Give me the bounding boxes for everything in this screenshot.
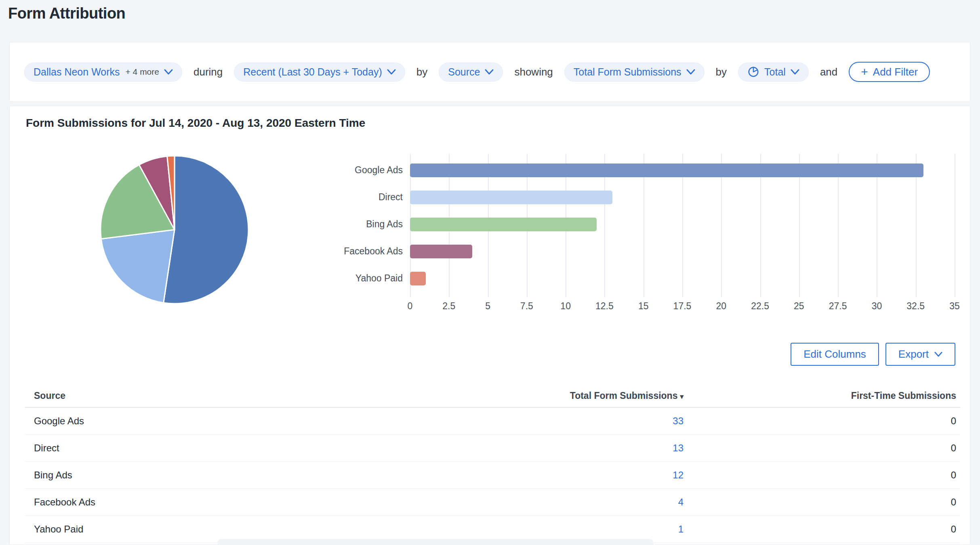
x-tick-label: 5 [485, 301, 490, 312]
partial-bottom-element [217, 539, 654, 545]
edit-columns-label: Edit Columns [803, 348, 866, 361]
chevron-down-icon [686, 69, 695, 75]
table-row-bing-ads: Bing Ads120 [25, 462, 960, 489]
chevron-down-icon [164, 69, 173, 75]
cell-source: Bing Ads [25, 470, 389, 481]
add-filter-label: Add Filter [873, 66, 918, 78]
cell-first-time-submissions: 0 [683, 470, 960, 481]
sort-desc-icon: ▾ [680, 393, 683, 400]
plus-icon: + [861, 66, 868, 78]
bar-category-label: Facebook Ads [282, 246, 403, 257]
pie-slice-google-ads [164, 156, 248, 304]
column-header-source[interactable]: Source [25, 390, 389, 401]
table-row-facebook-ads: Facebook Ads40 [25, 489, 960, 516]
cell-source: Direct [25, 442, 389, 454]
bar-row-bing-ads: Bing Ads [410, 211, 972, 238]
bar-chart-x-axis: 02.557.51012.51517.52022.52527.53032.535 [410, 298, 972, 312]
bar-row-facebook-ads: Facebook Ads [410, 238, 972, 265]
bar-direct [410, 191, 612, 204]
aggregation-dropdown[interactable]: Total [738, 63, 809, 82]
total-submissions-link[interactable]: 13 [673, 442, 683, 453]
x-tick-label: 7.5 [520, 301, 533, 312]
bar-category-label: Google Ads [282, 165, 403, 176]
attribution-table: Source Total Form Submissions▾ First-Tim… [25, 385, 960, 543]
table-header-row: Source Total Form Submissions▾ First-Tim… [25, 385, 960, 408]
pie-chart-icon [747, 66, 759, 78]
cell-total-form-submissions: 4 [389, 497, 683, 508]
total-submissions-link[interactable]: 12 [673, 470, 683, 480]
x-tick-label: 0 [408, 301, 413, 312]
table-body: Google Ads330Direct130Bing Ads120Faceboo… [25, 408, 960, 543]
bar-google-ads [410, 164, 923, 177]
date-range-dropdown[interactable]: Recent (Last 30 Days + Today) [234, 63, 405, 82]
cell-source: Google Ads [25, 415, 389, 427]
page-title: Form Attribution [8, 5, 125, 22]
bar-category-label: Yahoo Paid [282, 273, 403, 284]
connector-by: by [416, 66, 427, 78]
group-by-label: Source [448, 66, 480, 78]
company-filter-more-count: + 4 more [126, 67, 159, 77]
x-tick-label: 22.5 [751, 301, 769, 312]
cell-first-time-submissions: 0 [683, 442, 960, 454]
chevron-down-icon [791, 69, 799, 75]
connector-by-2: by [716, 66, 727, 78]
x-tick-label: 25 [794, 301, 804, 312]
x-tick-label: 27.5 [829, 301, 847, 312]
bar-category-label: Direct [282, 192, 403, 203]
total-submissions-link[interactable]: 1 [678, 524, 683, 535]
company-filter-dropdown[interactable]: Dallas Neon Works + 4 more [24, 63, 182, 82]
total-submissions-link[interactable]: 33 [673, 415, 683, 426]
cell-total-form-submissions: 12 [389, 470, 683, 481]
table-row-google-ads: Google Ads330 [25, 408, 960, 435]
x-tick-label: 10 [560, 301, 571, 312]
chart-title: Form Submissions for Jul 14, 2020 - Aug … [26, 117, 365, 130]
total-submissions-link[interactable]: 4 [678, 497, 683, 507]
x-tick-label: 35 [949, 301, 960, 312]
bar-row-direct: Direct [410, 184, 972, 211]
cell-total-form-submissions: 33 [389, 415, 683, 427]
cell-first-time-submissions: 0 [683, 524, 960, 535]
x-tick-label: 15 [638, 301, 649, 312]
bar-bing-ads [410, 218, 597, 231]
export-label: Export [898, 348, 929, 361]
edit-columns-button[interactable]: Edit Columns [791, 343, 879, 366]
pie-chart [98, 153, 251, 306]
table-row-direct: Direct130 [25, 435, 960, 462]
x-tick-label: 30 [872, 301, 882, 312]
cell-total-form-submissions: 13 [389, 442, 683, 454]
company-filter-label: Dallas Neon Works [34, 66, 120, 78]
connector-during: during [193, 66, 223, 78]
connector-and: and [820, 66, 837, 78]
connector-showing: showing [514, 66, 553, 78]
metric-label: Total Form Submissions [574, 66, 681, 78]
chevron-down-icon [387, 69, 396, 75]
bar-chart-rows: Google AdsDirectBing AdsFacebook AdsYaho… [410, 157, 972, 292]
x-tick-label: 2.5 [442, 301, 455, 312]
x-tick-label: 32.5 [906, 301, 925, 312]
add-filter-button[interactable]: + Add Filter [849, 62, 930, 82]
group-by-dropdown[interactable]: Source [439, 63, 503, 82]
bar-yahoo-paid [410, 272, 426, 285]
x-tick-label: 12.5 [595, 301, 614, 312]
x-tick-label: 20 [716, 301, 726, 312]
cell-total-form-submissions: 1 [389, 524, 683, 535]
aggregation-label: Total [764, 66, 786, 78]
cell-source: Facebook Ads [25, 497, 389, 508]
bar-chart: Google AdsDirectBing AdsFacebook AdsYaho… [348, 154, 978, 315]
date-range-label: Recent (Last 30 Days + Today) [243, 66, 382, 78]
column-header-first-time-submissions[interactable]: First-Time Submissions [683, 390, 960, 401]
x-tick-label: 17.5 [673, 301, 692, 312]
metric-dropdown[interactable]: Total Form Submissions [564, 63, 705, 82]
bar-facebook-ads [410, 245, 472, 258]
filter-bar: Dallas Neon Works + 4 more during Recent… [9, 42, 970, 102]
column-header-total-form-submissions[interactable]: Total Form Submissions▾ [389, 390, 683, 401]
pie-slice-direct [101, 230, 175, 303]
bar-row-yahoo-paid: Yahoo Paid [410, 265, 972, 292]
report-panel: Form Submissions for Jul 14, 2020 - Aug … [9, 106, 970, 545]
cell-first-time-submissions: 0 [683, 415, 960, 427]
cell-first-time-submissions: 0 [683, 497, 960, 508]
export-button[interactable]: Export [885, 343, 955, 366]
chevron-down-icon [934, 352, 942, 357]
bar-row-google-ads: Google Ads [410, 157, 972, 184]
cell-source: Yahoo Paid [25, 524, 389, 535]
